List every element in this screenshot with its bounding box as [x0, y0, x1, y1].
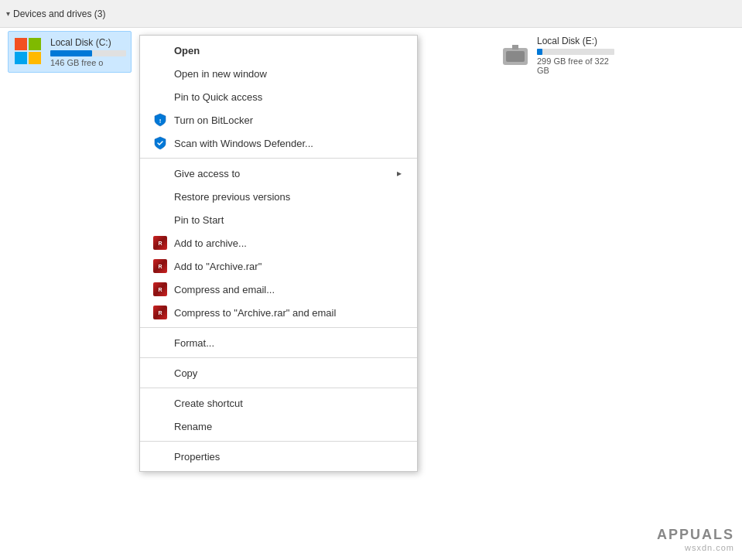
rar-icon-compress-email: R: [152, 282, 168, 297]
menu-item-properties[interactable]: Properties: [140, 445, 417, 468]
devices-drives-header: ▾ Devices and drives (3): [0, 0, 742, 28]
arrow-icon-give-access: ▸: [397, 168, 402, 179]
menu-icon-pin-quick-access: [152, 89, 168, 104]
menu-label-pin-start: Pin to Start: [174, 214, 402, 226]
svg-rect-1: [29, 38, 41, 50]
menu-icon-copy: [152, 365, 168, 381]
menu-icon-format: [152, 335, 168, 350]
menu-label-open: Open: [174, 45, 402, 56]
menu-item-give-access[interactable]: Give access to ▸: [140, 162, 417, 185]
menu-item-defender[interactable]: Scan with Windows Defender...: [140, 131, 417, 155]
drive-e-name: Local Disk (E:): [537, 36, 614, 46]
drive-c-info: Local Disk (C:) 146 GB free o: [50, 37, 126, 67]
drive-e-bar-fill: [537, 49, 542, 55]
rar-icon-compress-archive-email: R: [152, 305, 168, 320]
drive-e-info: Local Disk (E:) 299 GB free of 322 GB: [537, 36, 614, 75]
svg-rect-9: [506, 51, 525, 62]
drive-e-item[interactable]: Local Disk (E:) 299 GB free of 322 GB: [495, 31, 619, 80]
menu-icon-pin-start: [152, 212, 168, 227]
menu-icon-properties: [152, 449, 168, 464]
menu-label-add-archive-rar: Add to "Archive.rar": [174, 261, 402, 272]
menu-label-bitlocker: Turn on BitLocker: [174, 114, 402, 126]
separator-3: [140, 357, 417, 358]
drive-c-bar: [50, 50, 126, 56]
drive-e-icon: [500, 40, 531, 71]
separator-1: [140, 158, 417, 159]
menu-icon-open-new-window: [152, 66, 168, 81]
menu-label-create-shortcut: Create shortcut: [174, 398, 402, 409]
menu-label-compress-archive-email: Compress to "Archive.rar" and email: [174, 307, 402, 319]
menu-label-add-archive: Add to archive...: [174, 237, 402, 249]
drive-e-free: 299 GB free of 322 GB: [537, 56, 614, 75]
drive-c-name: Local Disk (C:): [50, 37, 126, 48]
menu-item-open[interactable]: Open: [140, 39, 417, 62]
menu-label-copy: Copy: [174, 367, 402, 379]
menu-label-give-access: Give access to: [174, 168, 397, 179]
menu-item-restore-versions[interactable]: Restore previous versions: [140, 185, 417, 208]
menu-item-add-archive[interactable]: R Add to archive...: [140, 231, 417, 254]
separator-4: [140, 388, 417, 388]
menu-label-restore-versions: Restore previous versions: [174, 191, 402, 203]
menu-icon-create-shortcut: [152, 395, 168, 411]
menu-item-pin-start[interactable]: Pin to Start: [140, 208, 417, 231]
chevron-icon: ▾: [6, 9, 10, 18]
watermark: APPUALS wsxdn.com: [657, 527, 734, 552]
shield-defender-icon: [152, 135, 168, 151]
svg-text:!: !: [159, 118, 162, 125]
menu-icon-give-access: [152, 166, 168, 181]
menu-item-bitlocker[interactable]: ! Turn on BitLocker: [140, 108, 417, 131]
menu-icon-restore-versions: [152, 189, 168, 204]
watermark-url: wsxdn.com: [657, 543, 734, 552]
menu-item-create-shortcut[interactable]: Create shortcut: [140, 391, 417, 415]
menu-item-add-archive-rar[interactable]: R Add to "Archive.rar": [140, 254, 417, 278]
menu-label-defender: Scan with Windows Defender...: [174, 138, 402, 149]
menu-label-format: Format...: [174, 337, 402, 349]
header-title: Devices and drives (3): [13, 9, 105, 19]
appuals-logo: APPUALS: [657, 527, 734, 543]
menu-item-format[interactable]: Format...: [140, 331, 417, 354]
menu-item-open-new-window[interactable]: Open in new window: [140, 62, 417, 85]
menu-label-rename: Rename: [174, 421, 402, 432]
drive-c-icon: [13, 36, 44, 67]
menu-item-pin-quick-access[interactable]: Pin to Quick access: [140, 85, 417, 108]
drive-e-bar: [537, 49, 614, 55]
svg-rect-3: [29, 52, 41, 64]
menu-icon-rename: [152, 418, 168, 434]
drive-c-item[interactable]: Local Disk (C:) 146 GB free o: [8, 31, 132, 73]
menu-item-copy[interactable]: Copy: [140, 361, 417, 384]
drive-c-free: 146 GB free o: [50, 58, 126, 67]
separator-5: [140, 441, 417, 442]
context-menu: Open Open in new window Pin to Quick acc…: [139, 35, 418, 472]
separator-2: [140, 327, 417, 328]
drive-c-bar-fill: [50, 50, 92, 56]
menu-item-rename[interactable]: Rename: [140, 415, 417, 438]
menu-label-compress-email: Compress and email...: [174, 284, 402, 295]
menu-icon-open: [152, 43, 168, 58]
menu-item-compress-archive-email[interactable]: R Compress to "Archive.rar" and email: [140, 301, 417, 324]
menu-label-pin-quick-access: Pin to Quick access: [174, 91, 402, 103]
svg-rect-10: [512, 45, 518, 50]
menu-label-properties: Properties: [174, 451, 402, 463]
menu-label-open-new-window: Open in new window: [174, 68, 402, 80]
svg-rect-2: [15, 52, 27, 64]
shield-bitlocker-icon: !: [152, 112, 168, 128]
rar-icon-add-archive-rar: R: [152, 258, 168, 274]
rar-icon-add-archive: R: [152, 235, 168, 251]
menu-item-compress-email[interactable]: R Compress and email...: [140, 278, 417, 301]
svg-rect-0: [15, 38, 27, 50]
